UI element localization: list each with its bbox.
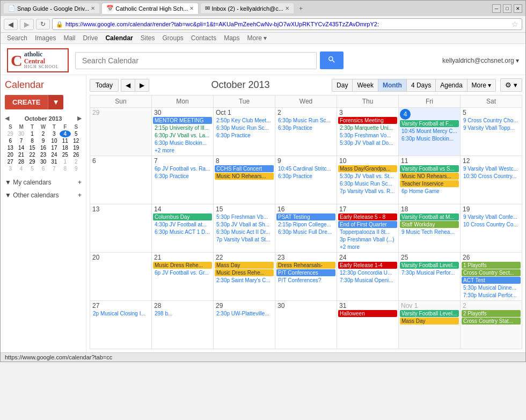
- calendar-event[interactable]: 2:15p Ripon College...: [276, 221, 335, 228]
- calendar-event[interactable]: 7p Varsity Vball vs. R...: [338, 188, 397, 195]
- day-number[interactable]: 20: [91, 254, 150, 261]
- calendar-cell[interactable]: 11Varsity Football vs S...Music NO Rehea…: [399, 156, 461, 204]
- mini-cal-day[interactable]: 13: [5, 144, 16, 151]
- calendar-cell[interactable]: 910:45 Cardinal Stritc...6:30p Practice: [275, 156, 337, 204]
- mini-cal-day[interactable]: 1: [27, 130, 38, 137]
- mini-cal-day[interactable]: 30: [38, 158, 48, 165]
- create-dropdown-button[interactable]: ▼: [48, 95, 63, 109]
- calendar-event[interactable]: Teacher Inservice: [400, 180, 459, 187]
- calendar-event[interactable]: Music Dress Rehe...: [215, 269, 274, 276]
- tab[interactable]: 📄 Snap Guide - Google Driv... ✕: [4, 3, 99, 13]
- calendar-event[interactable]: 2:30p UW-Platteville...: [215, 310, 274, 317]
- day-number[interactable]: 8: [215, 157, 274, 165]
- mini-cal-prev[interactable]: ◀: [5, 115, 9, 122]
- my-calendars-header[interactable]: ▼ My calendars +: [5, 178, 82, 187]
- nav-mail[interactable]: Mail: [63, 34, 75, 42]
- calendar-cell[interactable]: 22Mass DayMusic Dress Rehe...2:30p Saint…: [214, 253, 275, 301]
- calendar-cell[interactable]: 17Early Release 5 - 8End of First Quarte…: [337, 204, 399, 253]
- calendar-cell[interactable]: 8CCHS Fall ConcertMusic NO Rehears...: [214, 156, 275, 204]
- calendar-event[interactable]: Columbus Day: [153, 213, 212, 220]
- tab-close-icon[interactable]: ✕: [91, 5, 95, 11]
- calendar-event[interactable]: 5:30p JV Vball at Sh...: [215, 221, 274, 228]
- mini-cal-day[interactable]: 31: [49, 158, 60, 165]
- calendar-event[interactable]: Mass Day: [215, 262, 274, 269]
- calendar-event[interactable]: 298 b...: [153, 310, 212, 317]
- calendar-event[interactable]: 6:30p Practice: [153, 173, 212, 180]
- day-number[interactable]: 10: [338, 157, 397, 165]
- day-number[interactable]: 26: [462, 254, 521, 261]
- calendar-event[interactable]: 6p Home Game: [400, 188, 459, 195]
- day-number[interactable]: 12: [462, 157, 521, 165]
- mini-cal-day[interactable]: 2: [38, 130, 48, 137]
- calendar-cell[interactable]: 23Dress Rehearsals-P/T ConferencesP/T Co…: [275, 253, 337, 301]
- next-month-button[interactable]: ▶: [135, 79, 149, 92]
- calendar-event[interactable]: +2 more: [153, 147, 212, 154]
- mini-cal-day[interactable]: 6: [5, 137, 16, 144]
- mini-cal-day[interactable]: 19: [71, 144, 82, 151]
- calendar-cell[interactable]: 59 Cross Country Cho...9 Varsity Vball T…: [461, 108, 522, 156]
- calendar-event[interactable]: 5:30p Freshman Vb...: [215, 213, 274, 220]
- calendar-event[interactable]: Music NO Rehears...: [215, 173, 274, 180]
- calendar-cell[interactable]: 31Halloween: [337, 301, 399, 349]
- calendar-cell[interactable]: Nov 1Varsity Football Level...Mass Day: [399, 301, 461, 349]
- calendar-event[interactable]: P/T Conferences?: [276, 277, 335, 284]
- calendar-cell[interactable]: 28298 b...: [152, 301, 214, 349]
- day-number[interactable]: 11: [400, 157, 459, 165]
- mini-cal-day[interactable]: 21: [16, 151, 26, 158]
- calendar-event[interactable]: 6:30p Practice: [276, 124, 335, 131]
- calendar-event[interactable]: 2:15p University of Ill...: [153, 124, 212, 131]
- mini-cal-day[interactable]: 18: [60, 144, 70, 151]
- calendar-event[interactable]: Varsity Football at M...: [400, 213, 459, 220]
- calendar-cell[interactable]: 22 PlayoffsCross Country Stat...: [461, 301, 522, 349]
- day-number[interactable]: 24: [338, 254, 397, 261]
- view-day-button[interactable]: Day: [332, 79, 353, 92]
- mini-cal-day[interactable]: 4: [16, 165, 26, 172]
- day-number[interactable]: 13: [91, 205, 150, 213]
- day-number[interactable]: 9: [276, 157, 335, 165]
- calendar-event[interactable]: Varsity Football Level...: [400, 310, 459, 317]
- calendar-event[interactable]: Varsity Football at F...: [400, 120, 459, 127]
- day-number[interactable]: 22: [215, 254, 274, 261]
- calendar-cell[interactable]: 129 Varsity Vball Westc...10:30 Cross Co…: [461, 156, 522, 204]
- mini-cal-day[interactable]: 8: [60, 165, 70, 172]
- mini-cal-day[interactable]: 6: [38, 165, 48, 172]
- calendar-cell[interactable]: 20: [90, 253, 152, 301]
- nav-images[interactable]: Images: [35, 34, 56, 42]
- day-number[interactable]: 29: [91, 109, 150, 116]
- day-number[interactable]: 18: [400, 205, 459, 213]
- calendar-event[interactable]: 4:30p JV Football at...: [153, 221, 212, 228]
- day-number[interactable]: 17: [338, 205, 397, 213]
- mini-cal-day[interactable]: 9: [38, 137, 48, 144]
- calendar-event[interactable]: 6:30p Practice: [276, 173, 335, 180]
- calendar-event[interactable]: 6p JV Football vs. Gr...: [153, 269, 212, 276]
- calendar-event[interactable]: 2:50p Key Club Meet...: [215, 117, 274, 124]
- calendar-event[interactable]: Forensics Meeting: [338, 117, 397, 124]
- mini-cal-day[interactable]: 24: [49, 151, 60, 158]
- day-number[interactable]: 21: [153, 254, 212, 261]
- mini-cal-day[interactable]: 3: [49, 130, 60, 137]
- calendar-event[interactable]: 1 Playoffs: [462, 262, 521, 269]
- minimize-button[interactable]: ─: [492, 4, 501, 13]
- calendar-event[interactable]: 12:30p Concordia U...: [338, 269, 397, 276]
- mini-cal-day[interactable]: 30: [16, 130, 26, 137]
- tab-active[interactable]: 📅 Catholic Central High Sch... ✕: [101, 3, 199, 14]
- calendar-event[interactable]: 2:30p Saint Mary's C...: [215, 277, 274, 284]
- view-4days-button[interactable]: 4 Days: [407, 79, 436, 92]
- day-number[interactable]: 25: [400, 254, 459, 261]
- calendar-cell[interactable]: 261 PlayoffsCross Country Sect...ACT Tes…: [461, 253, 522, 301]
- day-number[interactable]: Nov 1: [400, 302, 459, 310]
- calendar-event[interactable]: Varsity Football Level...: [400, 262, 459, 269]
- calendar-event[interactable]: 6:30p JV Vball vs. La...: [153, 132, 212, 139]
- calendar-cell[interactable]: Oct 12:50p Key Club Meet...6:30p Music R…: [214, 108, 275, 156]
- calendar-cell[interactable]: 25Varsity Football Level...7:30p Musical…: [399, 253, 461, 301]
- calendar-cell[interactable]: 30MENTOR MEETING2:15p University of Ill.…: [152, 108, 214, 156]
- mini-cal-day[interactable]: 11: [60, 137, 70, 144]
- calendar-event[interactable]: 7:30p Musical Perfor...: [462, 292, 521, 299]
- mini-cal-day[interactable]: 10: [49, 137, 60, 144]
- mini-cal-day[interactable]: 27: [5, 158, 16, 165]
- calendar-cell[interactable]: 18Varsity Football at M...Staff Workday9…: [399, 204, 461, 253]
- day-number[interactable]: 28: [153, 302, 212, 310]
- calendar-event[interactable]: Early Release 1-4: [338, 262, 397, 269]
- calendar-event[interactable]: Cross Country Sect...: [462, 269, 521, 276]
- search-input[interactable]: [75, 52, 317, 69]
